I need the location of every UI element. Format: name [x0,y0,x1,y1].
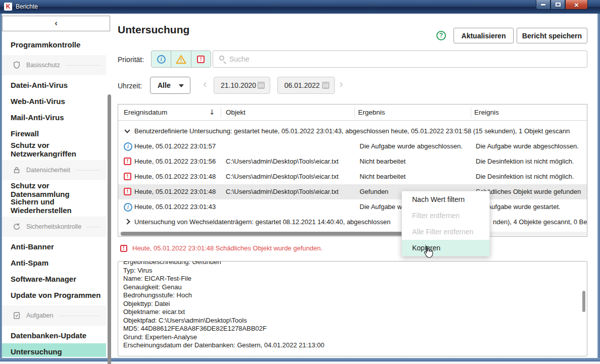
table-row-selected[interactable]: ! Heute, 05.01.2022 23:01:48 C:\Users\ad… [118,184,587,199]
column-header-ergebnis[interactable]: Ergebnis [358,109,385,116]
critical-icon: ! [120,245,127,252]
column-header-ereignisdatum[interactable]: Ereignisdatum [124,109,167,116]
events-table: Ereignisdatum ↓ Objekt Ergebnis Ereignis… [118,104,587,237]
sidebar-item-schutz-vor-datensammlung[interactable]: Schutz vor Datensammlung [2,182,106,198]
sidebar-item-schutz-vor-netzwerkangriffen[interactable]: Schutz vor Netzwerkangriffen [2,141,106,158]
sidebar-item-label: Mail-Anti-Virus [11,113,64,122]
detail-line: Genauigkeit: Genau [123,283,577,292]
desktop-background-sliver [0,361,600,364]
priority-critical-toggle[interactable]: ! [191,51,211,67]
date-from-value: 21.10.2020 [221,81,256,89]
time-range-dropdown[interactable]: Alle [150,77,190,94]
column-header-objekt[interactable]: Objekt [226,109,245,116]
table-row[interactable]: ! Heute, 05.01.2022 23:01:56 C:\Users\ad… [118,154,587,169]
refresh-report-button[interactable]: Aktualisieren [454,28,514,43]
table-row[interactable]: i Heute, 05.01.2022 23:01:57 Die Aufgabe… [118,139,587,154]
sidebar-item-sichern-und-wiederherstellen[interactable]: Sichern und Wiederherstellen [2,198,106,214]
date-from-field[interactable]: 21.10.2020 [214,77,270,94]
chevron-right-icon[interactable] [124,219,130,224]
menu-item-nach-wert-filtern[interactable]: Nach Wert filtern [402,191,489,207]
sidebar-section-label: Datensicherheit [26,167,70,174]
search-box [213,50,587,68]
sidebar-item-update-von-programmen[interactable]: Update von Programmen [2,287,106,303]
sidebar: Programmkontrolle Basisschutz Datei-Anti… [2,31,106,357]
tasks-clipboard-icon [12,311,21,320]
sidebar-item-label: Web-Anti-Virus [11,97,65,106]
horizontal-scrollbar[interactable] [119,232,586,236]
chevron-down-icon [179,84,184,87]
critical-icon: ! [124,173,131,180]
cell-date: Heute, 05.01.2022 23:01:48 [134,188,216,195]
sidebar-section-label: Aufgaben [26,312,54,319]
sidebar-item-datei-anti-virus[interactable]: Datei-Anti-Virus [2,77,106,93]
table-row-group-collapsed[interactable]: Untersuchung von Wechseldatenträgern: ge… [118,215,587,230]
details-scrollbar[interactable] [582,291,585,312]
shield-icon [12,61,21,70]
sidebar-item-label: Datei-Anti-Virus [11,81,68,89]
sidebar-item-anti-banner[interactable]: Anti-Banner [2,238,106,254]
detail-line: Bedrohungsstufe: Hoch [123,291,577,300]
cell-event: Schädliches Objekt wurde gefunden [476,188,581,195]
sidebar-item-label: Programmkontrolle [11,40,80,49]
calendar-icon [322,82,329,89]
detail-line: Name: EICAR-Test-File [123,275,577,283]
sidebar-item-label: Update von Programmen [11,291,101,299]
chevron-down-icon[interactable] [124,127,130,133]
next-period-button[interactable]: › [339,78,343,91]
table-body: Benutzerdefinierte Untersuchung: gestart… [118,124,587,230]
priority-info-toggle[interactable]: i [152,51,171,67]
sidebar-item-label: Schutz vor Datensammlung [11,181,106,198]
cell-result: Gefunden [360,188,388,195]
column-divider [471,107,471,118]
sidebar-item-anti-spam[interactable]: Anti-Spam [2,254,106,271]
sort-desc-icon[interactable]: ↓ [209,108,215,116]
menu-item-alle-filter-entfernen: Alle Filter entfernen [402,224,489,240]
table-header: Ereignisdatum ↓ Objekt Ergebnis Ereignis [118,105,587,121]
window-controls: × [536,0,588,10]
detail-line: Grund: Experten-Analyse [123,333,577,342]
priority-warning-toggle[interactable] [171,51,190,67]
table-row[interactable]: ! Heute, 05.01.2022 23:01:48 C:\Users\ad… [118,169,587,184]
sidebar-scrollbar[interactable] [108,94,111,364]
table-row[interactable]: i Heute, 05.01.2022 23:01:43 Die Aufgabe… [118,199,587,215]
menu-item-label: Nach Wert filtern [412,195,465,203]
cell-result: Die Aufgabe wurde abgeschlossen. [360,142,463,150]
menu-item-kopieren[interactable]: Kopieren [402,240,489,256]
previous-period-button[interactable]: ‹ [203,78,207,91]
cell-object: C:\Users\admin\Desktop\Tools\eicar.txt [226,188,338,195]
table-row-group-expanded[interactable]: Benutzerdefinierte Untersuchung: gestart… [118,124,587,139]
selected-event-status: ! Heute, 05.01.2022 23:01:48 Schädliches… [120,244,323,252]
search-input[interactable] [213,51,587,67]
group-row-text: Untersuchung von Wechseldatenträgern: ge… [134,218,390,226]
date-to-field[interactable]: 06.01.2022 [277,77,335,94]
cell-result: Nicht bearbeitet [360,158,406,165]
group-row-text-continued: nden), 4 Objekte gescannt, 0 Be [493,218,587,226]
sidebar-item-untersuchung[interactable]: Untersuchung [2,343,106,357]
sidebar-item-mail-anti-virus[interactable]: Mail-Anti-Virus [2,109,106,125]
sidebar-item-label: Schutz vor Netzwerkangriffen [11,141,106,158]
menu-item-filter-entfernen: Filter entfernen [402,207,489,224]
sidebar-item-label: Anti-Banner [11,242,54,251]
save-report-button[interactable]: Bericht speichern [517,28,587,43]
sidebar-item-web-anti-virus[interactable]: Web-Anti-Virus [2,93,106,109]
sidebar-item-datenbanken-update[interactable]: Datenbanken-Update [2,327,106,343]
maximize-button[interactable] [551,0,565,10]
column-divider [355,107,355,118]
close-button[interactable]: × [565,0,588,10]
cell-date: Heute, 05.01.2022 23:01:56 [134,158,216,165]
sidebar-item-software-manager[interactable]: Software-Manager [2,271,106,287]
minimize-button[interactable] [536,0,551,10]
cell-date: Heute, 05.01.2022 23:01:43 [134,203,216,211]
help-icon[interactable]: ? [436,31,446,40]
sidebar-item-firewall[interactable]: Firewall [2,125,106,141]
window-title: Berichte [16,3,38,10]
sidebar-item-programmkontrolle[interactable]: Programmkontrolle [2,36,106,53]
sidebar-collapse-button[interactable]: ‹ [2,16,110,31]
sidebar-section-datensicherheit: Datensicherheit [2,160,106,180]
page-title: Untersuchung [118,24,189,36]
cell-event: Die Desinfektion ist nicht möglich. [476,158,574,165]
column-header-ereignis[interactable]: Ereignis [474,109,499,116]
refresh-icon [12,222,21,231]
sidebar-item-label: Anti-Spam [11,258,48,267]
menu-item-label: Filter entfernen [412,212,460,220]
